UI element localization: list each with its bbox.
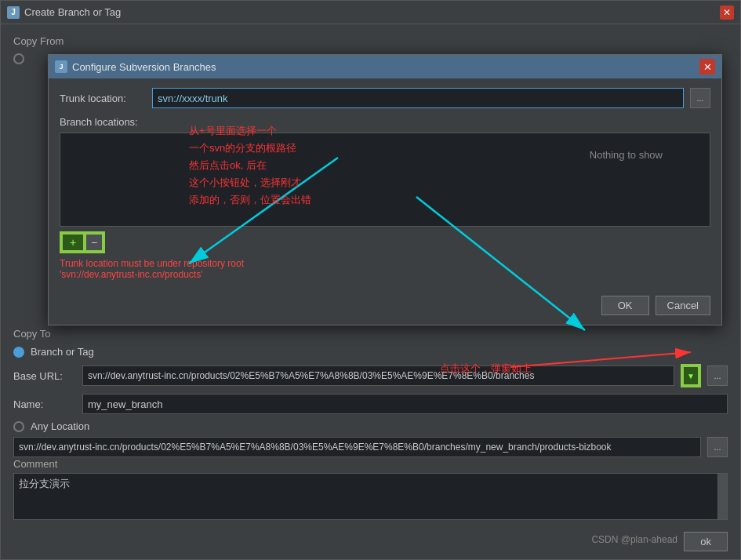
copy-to-label: Copy To [13,328,728,340]
branch-tag-row: Branch or Tag [13,346,728,358]
branch-list-inner: Nothing to show [60,133,710,226]
name-input[interactable] [82,394,728,414]
base-url-input[interactable] [82,365,674,386]
comment-area: 拉分支演示 [13,473,728,520]
name-row: Name: [13,394,728,414]
base-url-dots-button[interactable]: ... [707,365,728,386]
outer-window-title: Create Branch or Tag [24,6,121,18]
copy-from-label: Copy From [13,35,728,47]
comment-scrollbar[interactable] [717,474,727,519]
any-location-radio[interactable] [13,421,24,432]
branch-list-area: Nothing to show [60,133,710,227]
any-location-row: Any Location [13,420,728,432]
outer-close-button[interactable]: ✕ [720,5,734,20]
base-url-row: Base URL: ▼ ... [13,364,728,387]
copy-from-radio[interactable] [13,53,24,64]
branch-tag-radio[interactable] [13,347,24,358]
trunk-field-row: Trunk location: ... [60,88,710,108]
add-remove-row: + − [60,231,710,253]
nothing-to-show-text: Nothing to show [590,149,663,161]
add-branch-button[interactable]: + [61,233,85,252]
outer-footer: ok [684,532,728,551]
inner-dialog-body: Trunk location: ... Branch locations: No… [49,78,721,289]
inner-titlebar: J Configure Subversion Branches ✕ [49,55,721,78]
add-remove-wrapper: + − [60,231,105,253]
full-url-input[interactable] [13,437,701,457]
inner-dialog: J Configure Subversion Branches ✕ Trunk … [48,54,722,325]
comment-label: Comment [13,458,728,470]
base-url-controls: ▼ [681,364,701,387]
inner-dialog-title: Configure Subversion Branches [72,61,216,73]
remove-branch-button[interactable]: − [85,233,104,252]
outer-ok-button[interactable]: ok [684,532,728,551]
full-url-dots-button[interactable]: ... [707,437,728,457]
trunk-dots-button[interactable]: ... [690,88,710,108]
copy-to-section: Copy To Branch or Tag Base URL: ▼ ... Na… [1,328,740,465]
full-url-row: ... [13,437,728,457]
name-label: Name: [13,398,76,410]
branch-locations-label: Branch locations: [60,116,710,128]
trunk-label: Trunk location: [60,93,146,104]
inner-cancel-button[interactable]: Cancel [656,296,710,315]
outer-window-icon: J [7,6,20,19]
comment-section: Comment 拉分支演示 [1,458,740,520]
inner-ok-button[interactable]: OK [601,296,649,315]
outer-titlebar: J Create Branch or Tag ✕ [1,1,740,24]
error-text: Trunk location must be under repository … [60,258,710,280]
inner-close-button[interactable]: ✕ [699,59,715,75]
branch-tag-label: Branch or Tag [31,346,94,358]
base-url-dropdown-button[interactable]: ▼ [682,365,699,386]
base-url-label: Base URL: [13,370,76,382]
comment-textarea[interactable]: 拉分支演示 [14,474,717,519]
inner-dialog-icon: J [55,60,67,73]
inner-footer: OK Cancel [49,289,721,325]
trunk-input[interactable] [152,88,684,108]
any-location-label: Any Location [31,420,89,432]
watermark: CSDN @plan-ahead [591,534,677,545]
outer-window: J Create Branch or Tag ✕ Copy From J Con… [0,0,741,560]
